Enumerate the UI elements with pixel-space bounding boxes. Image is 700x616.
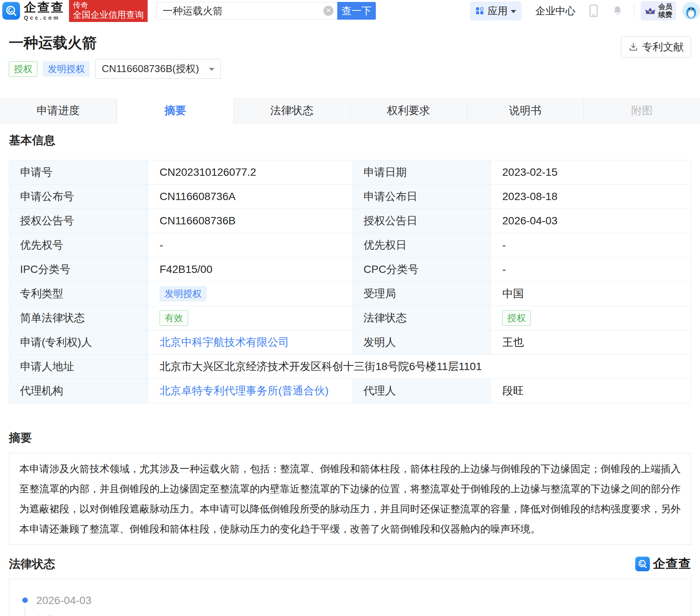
qcc-watermark: 企查查 xyxy=(635,555,691,572)
timeline-connector xyxy=(25,607,25,616)
info-label: 优先权日 xyxy=(353,233,491,258)
info-value: - xyxy=(491,258,691,282)
clear-search-icon[interactable]: ✕ xyxy=(323,6,333,16)
publication-select-value: CN116608736B(授权) xyxy=(102,62,199,76)
info-row: IPC分类号F42B15/00CPC分类号- xyxy=(9,258,691,282)
notifications-bell-icon[interactable] xyxy=(612,5,623,17)
info-value: - xyxy=(491,233,691,258)
info-label: 申请公布号 xyxy=(9,185,148,209)
info-value: 北京卓特专利代理事务所(普通合伙) xyxy=(148,379,353,403)
info-value: CN202310126077.2 xyxy=(148,160,353,185)
timeline-event: 授权 xyxy=(36,614,691,616)
promo-line1: 传奇 xyxy=(73,1,144,10)
tab-附图: 附图 xyxy=(584,98,700,123)
info-value: 发明授权 xyxy=(148,282,353,306)
timeline-date: 2026-04-03 xyxy=(36,594,691,607)
info-row: 优先权号-优先权日- xyxy=(9,233,691,258)
nav-divider xyxy=(634,5,634,17)
info-value: CN116608736B xyxy=(148,209,353,233)
basic-info-table-body: 申请号CN202310126077.2申请日期2023-02-15申请公布号CN… xyxy=(9,160,691,403)
qcc-watermark-text: 企查查 xyxy=(653,555,691,572)
apps-grid-icon xyxy=(475,6,485,15)
info-label: 法律状态 xyxy=(353,306,491,330)
info-value: 2023-08-18 xyxy=(491,185,691,209)
info-label: 受理局 xyxy=(353,282,491,306)
status-badge: 发明授权 xyxy=(160,286,207,301)
abstract-text: 本申请涉及火箭技术领域，尤其涉及一种运载火箭，包括：整流罩、倒锥段和箭体柱段，箭… xyxy=(9,453,691,545)
grant-status-badge: 授权 xyxy=(9,61,37,77)
qcc-watermark-icon xyxy=(635,557,650,571)
status-badge: 授权 xyxy=(502,310,531,326)
tab-权利要求[interactable]: 权利要求 xyxy=(350,98,467,123)
legal-status-timeline: 2026-04-03授权 xyxy=(9,579,691,616)
info-label: 申请(专利权)人 xyxy=(9,330,148,355)
info-label: 申请号 xyxy=(9,160,148,185)
patent-document-button[interactable]: 专利文献 xyxy=(621,36,691,58)
tab-摘要[interactable]: 摘要 xyxy=(117,98,234,123)
info-label: 代理机构 xyxy=(9,379,148,403)
info-value: 有效 xyxy=(148,306,353,330)
info-row: 专利类型发明授权受理局中国 xyxy=(9,282,691,306)
info-label: 授权公告号 xyxy=(9,209,148,233)
info-value: 北京市大兴区北京经济技术开发区科创十三街18号院6号楼11层1101 xyxy=(148,355,691,379)
search-button[interactable]: 查一下 xyxy=(337,2,376,20)
publication-select[interactable]: CN116608736B(授权) xyxy=(95,59,221,79)
qcc-logo-icon[interactable] xyxy=(2,2,20,20)
applicant-company-link[interactable]: 北京中科宇航技术有限公司 xyxy=(160,336,289,348)
badge-row: 授权 发明授权 CN116608736B(授权) xyxy=(9,59,691,79)
info-value: 中国 xyxy=(491,282,691,306)
legal-status-heading: 法律状态 xyxy=(9,556,55,572)
info-label: 授权公告日 xyxy=(353,209,491,233)
vip-label: 会员 续费 xyxy=(658,3,672,19)
info-label: IPC分类号 xyxy=(9,258,148,282)
promo-banner: 传奇 全国企业信用查询 xyxy=(69,0,148,22)
info-value: 王也 xyxy=(491,330,691,355)
tab-说明书[interactable]: 说明书 xyxy=(467,98,584,123)
tab-法律状态[interactable]: 法律状态 xyxy=(234,98,350,123)
info-row: 授权公告号CN116608736B授权公告日2026-04-03 xyxy=(9,209,691,233)
agency-link[interactable]: 北京卓特专利代理事务所(普通合伙) xyxy=(160,385,329,397)
info-value: 授权 xyxy=(491,306,691,330)
brand-wordmark[interactable]: 企查查 Qcc.com xyxy=(24,1,64,20)
timeline-item: 2026-04-03授权 xyxy=(9,594,691,616)
mobile-app-icon[interactable] xyxy=(588,4,599,17)
info-label: 简单法律状态 xyxy=(9,306,148,330)
brand-name: 企查查 xyxy=(24,1,64,13)
info-label: 申请人地址 xyxy=(9,355,148,379)
info-label: 发明人 xyxy=(353,330,491,355)
enterprise-center-link[interactable]: 企业中心 xyxy=(535,4,575,18)
patent-title-section: 一种运载火箭 授权 发明授权 CN116608736B(授权) 专利文献 xyxy=(9,33,691,79)
info-label: 申请公布日 xyxy=(353,185,491,209)
basic-info-table: 申请号CN202310126077.2申请日期2023-02-15申请公布号CN… xyxy=(9,160,691,403)
top-header: 企查查 Qcc.com 传奇 全国企业信用查询 ✕ 查一下 应用 企业中心 xyxy=(0,0,700,22)
info-label: 优先权号 xyxy=(9,233,148,258)
header-nav: 应用 企业中心 会员 续费 xyxy=(470,1,700,20)
chevron-down-icon xyxy=(209,68,214,71)
timeline-dot-icon xyxy=(22,597,28,603)
info-row: 简单法律状态有效法律状态授权 xyxy=(9,306,691,330)
info-value: F42B15/00 xyxy=(148,258,353,282)
user-avatar[interactable] xyxy=(682,2,700,20)
info-label: CPC分类号 xyxy=(353,258,491,282)
basic-info-heading: 基本信息 xyxy=(9,133,691,148)
abstract-heading: 摘要 xyxy=(9,430,691,446)
patent-type-badge: 发明授权 xyxy=(43,61,90,77)
info-value: 段旺 xyxy=(491,379,691,403)
info-value: CN116608736A xyxy=(148,185,353,209)
info-value: 北京中科宇航技术有限公司 xyxy=(148,330,353,355)
info-label: 代理人 xyxy=(353,379,491,403)
vip-crown-icon xyxy=(644,5,656,17)
info-row: 申请公布号CN116608736A申请公布日2023-08-18 xyxy=(9,185,691,209)
chevron-down-icon xyxy=(511,10,516,13)
search-input[interactable] xyxy=(163,5,320,17)
vip-renew-button[interactable]: 会员 续费 xyxy=(641,1,676,20)
legal-status-header-row: 法律状态 企查查 xyxy=(9,555,691,572)
tab-申请进度[interactable]: 申请进度 xyxy=(0,98,117,123)
apps-label: 应用 xyxy=(488,4,508,18)
promo-line2: 全国企业信用查询 xyxy=(73,10,144,20)
info-label: 专利类型 xyxy=(9,282,148,306)
apps-menu-button[interactable]: 应用 xyxy=(470,2,522,20)
download-icon xyxy=(628,42,638,52)
status-badge: 有效 xyxy=(160,310,188,326)
info-row: 申请(专利权)人北京中科宇航技术有限公司发明人王也 xyxy=(9,330,691,355)
